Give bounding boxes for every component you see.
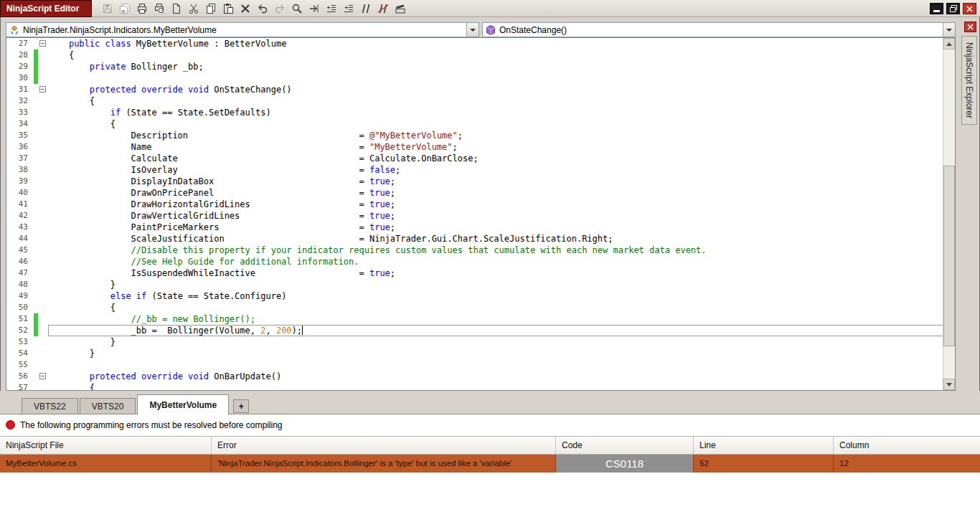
code-line[interactable]: 50 { bbox=[6, 302, 955, 313]
code-text: { bbox=[48, 382, 955, 391]
code-lines: 27− public class MyBetterVolume : Better… bbox=[6, 38, 955, 391]
doc-tab-vbts22[interactable]: VBTS22 bbox=[22, 398, 78, 414]
error-table: NinjaScript FileErrorCodeLineColumn MyBe… bbox=[0, 436, 980, 473]
cut-button[interactable] bbox=[185, 1, 202, 16]
save-button[interactable] bbox=[99, 1, 116, 16]
member-selector-arrow-button[interactable] bbox=[943, 23, 955, 37]
code-line[interactable]: 38 IsOverlay = false; bbox=[6, 164, 955, 176]
code-line[interactable]: 42 DrawVerticalGridLines = true; bbox=[6, 210, 955, 222]
copy-button[interactable] bbox=[202, 1, 220, 16]
page-setup-button[interactable] bbox=[168, 1, 185, 16]
scrollbar-thumb[interactable] bbox=[943, 166, 955, 346]
code-text: if (State == State.SetDefaults) bbox=[48, 107, 955, 118]
print-button[interactable] bbox=[133, 1, 151, 16]
print-preview-button[interactable] bbox=[151, 1, 168, 16]
code-line[interactable]: 36 Name = "MyBetterVolume"; bbox=[6, 141, 955, 153]
line-number: 49 bbox=[6, 290, 34, 302]
collapse-icon[interactable]: − bbox=[39, 373, 46, 379]
error-row[interactable]: MyBetterVolume.cs'NinjaTrader.NinjaScrip… bbox=[0, 455, 980, 473]
code-line[interactable]: 48 } bbox=[6, 279, 955, 290]
code-line[interactable]: 53 } bbox=[6, 336, 955, 348]
type-selector-arrow-button[interactable] bbox=[466, 23, 479, 37]
code-line[interactable]: 54 } bbox=[6, 348, 955, 359]
comment-button[interactable] bbox=[357, 1, 374, 16]
arrow-up-icon bbox=[946, 39, 952, 46]
code-line[interactable]: 34 { bbox=[6, 118, 955, 130]
find-icon bbox=[291, 3, 303, 14]
code-line[interactable]: 35 Description = @"MyBetterVolume"; bbox=[6, 130, 955, 141]
code-text: //_bb = new Bollinger(); bbox=[48, 313, 955, 325]
column-header-error[interactable]: Error bbox=[212, 437, 556, 454]
code-line[interactable]: 57 { bbox=[6, 382, 955, 391]
scroll-down-button[interactable] bbox=[943, 379, 955, 390]
code-line[interactable]: 49 else if (State == State.Configure) bbox=[6, 290, 955, 302]
code-line[interactable]: 30 bbox=[6, 72, 955, 84]
code-line[interactable]: 37 Calculate = Calculate.OnBarClose; bbox=[6, 153, 955, 164]
close-icon bbox=[966, 6, 973, 12]
arrow-down-icon bbox=[946, 383, 952, 389]
fold-gutter: − bbox=[38, 38, 48, 49]
fold-gutter bbox=[38, 61, 48, 72]
vertical-scrollbar[interactable] bbox=[943, 38, 955, 390]
line-number: 57 bbox=[6, 382, 34, 391]
delete-button[interactable] bbox=[237, 1, 254, 16]
collapse-icon[interactable]: − bbox=[39, 86, 46, 92]
column-header-line[interactable]: Line bbox=[694, 437, 834, 454]
code-line[interactable]: 51 //_bb = new Bollinger(); bbox=[6, 313, 955, 325]
code-line[interactable]: 28 { bbox=[6, 49, 955, 61]
code-editor[interactable]: 27− public class MyBetterVolume : Better… bbox=[6, 37, 956, 391]
add-tab-button[interactable]: + bbox=[233, 399, 249, 413]
column-header-ninjascript-file[interactable]: NinjaScript File bbox=[0, 437, 212, 454]
member-selector-dropdown[interactable]: OnStateChange() bbox=[482, 22, 956, 37]
code-line[interactable]: 33 if (State == State.SetDefaults) bbox=[6, 107, 955, 118]
fold-gutter bbox=[38, 95, 48, 107]
type-selector-dropdown[interactable]: NinjaTrader.NinjaScript.Indicators.MyBet… bbox=[6, 22, 479, 37]
ninjascript-explorer-tab[interactable]: NinjaScript Explorer bbox=[961, 36, 977, 125]
page-setup-icon bbox=[171, 3, 182, 14]
doc-tab-mybettervolume[interactable]: MyBetterVolume bbox=[137, 394, 229, 414]
scroll-up-button[interactable] bbox=[943, 38, 955, 49]
code-line[interactable]: 56− protected override void OnBarUpdate(… bbox=[6, 371, 955, 382]
doc-tab-vbts20[interactable]: VBTS20 bbox=[80, 398, 136, 414]
code-line[interactable]: 46 //See Help Guide for additional infor… bbox=[6, 256, 955, 267]
find-button[interactable] bbox=[288, 1, 306, 16]
code-line[interactable]: 45 //Disable this property if your indic… bbox=[6, 245, 955, 256]
code-line[interactable]: 40 DrawOnPricePanel = true; bbox=[6, 187, 955, 199]
code-line[interactable]: 55 bbox=[6, 359, 955, 371]
goto-button[interactable] bbox=[306, 1, 323, 16]
compile-button[interactable] bbox=[392, 1, 409, 16]
document-tab-strip: VBTS22VBTS20MyBetterVolume+ bbox=[0, 391, 980, 414]
restore-button[interactable] bbox=[946, 3, 960, 14]
minimize-button[interactable] bbox=[930, 3, 943, 14]
fold-gutter bbox=[38, 187, 48, 199]
error-file-cell: MyBetterVolume.cs bbox=[0, 455, 212, 473]
code-line[interactable]: 47 IsSuspendedWhileInactive = true; bbox=[6, 267, 955, 279]
line-number: 46 bbox=[6, 256, 34, 267]
code-text: //Disable this property if your indicato… bbox=[48, 245, 955, 256]
outdent-button[interactable] bbox=[323, 1, 340, 16]
code-line[interactable]: 32 { bbox=[6, 95, 955, 107]
code-line[interactable]: 41 DrawHorizontalGridLines = true; bbox=[6, 199, 955, 210]
collapse-icon[interactable]: − bbox=[39, 40, 46, 47]
close-button[interactable] bbox=[963, 3, 976, 14]
code-line[interactable]: 29 private Bollinger _bb; bbox=[6, 61, 955, 72]
column-header-column[interactable]: Column bbox=[834, 437, 980, 454]
type-selector-value: NinjaTrader.NinjaScript.Indicators.MyBet… bbox=[23, 25, 466, 35]
column-header-code[interactable]: Code bbox=[556, 437, 694, 454]
redo-button[interactable] bbox=[271, 1, 288, 16]
code-line[interactable]: 39 DisplayInDataBox = true; bbox=[6, 176, 955, 187]
code-line[interactable]: 27− public class MyBetterVolume : Better… bbox=[6, 38, 955, 49]
doc-tabs: VBTS22VBTS20MyBetterVolume+ bbox=[22, 394, 249, 414]
code-line[interactable]: 31− protected override void OnStateChang… bbox=[6, 84, 955, 95]
error-code-cell: CS0118 bbox=[556, 455, 694, 473]
explorer-close-button[interactable] bbox=[964, 22, 976, 32]
paste-button[interactable] bbox=[220, 1, 237, 16]
code-line[interactable]: 44 ScaleJustification = NinjaTrader.Gui.… bbox=[6, 233, 955, 245]
toolbar bbox=[99, 1, 409, 16]
indent-button[interactable] bbox=[340, 1, 357, 16]
code-line[interactable]: 43 PaintPriceMarkers = true; bbox=[6, 222, 955, 233]
uncomment-button[interactable] bbox=[374, 1, 392, 16]
undo-button[interactable] bbox=[254, 1, 271, 16]
save-all-button[interactable] bbox=[116, 1, 133, 16]
code-line[interactable]: 52 _bb = Bollinger(Volume, 2, 200); bbox=[6, 325, 955, 336]
